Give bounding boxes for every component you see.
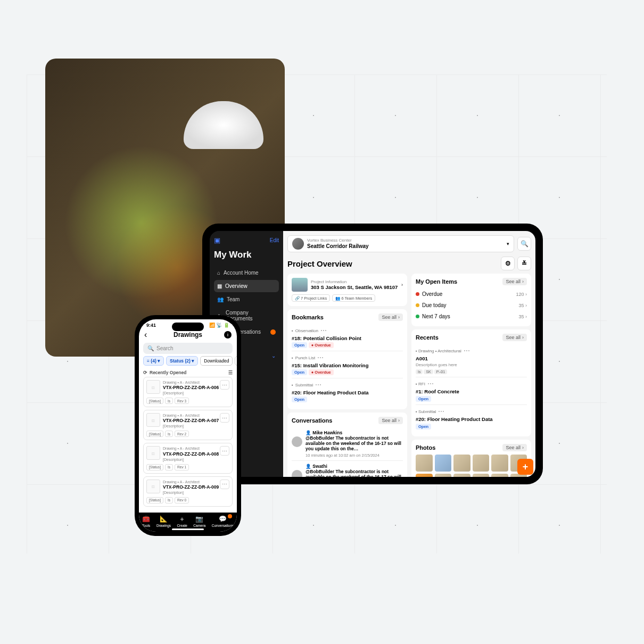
project-selector[interactable]: Vortex Business Center Seattle Corridor … [287,235,514,252]
bookmarks-see-all[interactable]: See all › [378,313,403,321]
more-icon[interactable]: ⋯ [438,408,444,415]
sidebar-item-overview[interactable]: ▦Overview [214,280,279,292]
photo-thumb[interactable] [453,474,470,477]
open-item-row[interactable]: Due today35 › [416,300,527,311]
badge-overdue: ● Overdue [309,342,334,348]
tab-badge [228,514,232,518]
recents-card: Recents See all › ▪ Drawing • Architectu… [411,329,531,436]
more-icon[interactable]: ⋯ [315,381,321,389]
more-button[interactable]: ⋯ [220,380,229,390]
drawing-thumb: ◫ [146,380,160,394]
open-item-row[interactable]: Next 7 days35 › [416,311,527,322]
drawing-thumb: ◫ [146,480,160,493]
search-button[interactable]: 🔍 [517,237,531,251]
avatar [292,470,302,477]
conversations-card: Conversations See all › 👤 Mike Hawkins@B… [287,412,407,477]
filter-chip[interactable]: Downloaded [200,356,233,366]
more-icon[interactable]: ⋯ [427,380,434,387]
avatar [292,436,302,447]
project-avatar [292,238,304,250]
photo-thumb[interactable] [473,474,490,477]
recently-opened-header: ⟳Recently Opened ☰ [139,368,237,377]
more-button[interactable]: ⋯ [220,446,229,456]
more-icon[interactable]: ⋯ [320,327,327,334]
settings-button[interactable]: ⚙ [501,257,515,270]
drawing-item[interactable]: ◫Drawing • A - ArchitectVTX-PRO-ZZ-ZZ-DR… [143,410,233,440]
open-items-see-all[interactable]: See all › [502,278,527,285]
tab-drawings[interactable]: 📐Drawings [156,515,171,527]
info-button[interactable]: i [224,331,232,338]
photo-thumb[interactable] [491,455,508,472]
photos-see-all[interactable]: See all › [502,444,527,451]
photos-title: Photos [416,444,435,451]
photo-thumb[interactable] [435,455,452,472]
phone-notch [172,323,204,331]
recent-item[interactable]: ▪ Submittal⋯#20: Floor Heating Product D… [416,404,527,432]
tab-camera[interactable]: 📷Camera [193,515,205,527]
recent-item[interactable]: ▪ Drawing • Architectural⋯A001Descriptio… [416,344,527,377]
sidebar-title: My Work [214,250,279,260]
bookmarks-title: Bookmarks [292,314,324,320]
filter-chip[interactable]: Status (2) ▾ [166,356,198,366]
phone-device: 9:41 📶 📡 🔋 ‹ Drawings i 🔍 Search ≡ (4) ▾… [135,315,241,536]
search-input[interactable]: 🔍 Search [143,343,233,354]
tablet-device: ▣ Edit My Work ⌂Account Home▦Overview👥Te… [202,224,543,484]
photos-card: Photos See all › [411,440,531,477]
project-name: Seattle Corridor Railway [307,243,369,249]
drawing-item[interactable]: ◫Drawing • A - ArchitectVTX-PRO-ZZ-ZZ-DR… [143,476,233,507]
open-items-title: My Open Items [416,278,457,285]
conversation-item[interactable]: 👤 Mike Hawkins@BobBuilder The subcontrac… [292,427,403,460]
open-items-card: My Open Items See all › Overdue120 ›Due … [411,274,531,326]
more-icon[interactable]: ⋯ [464,347,470,354]
bookmark-item[interactable]: ▪Punch List⋯#15: Install Vibration Monit… [292,351,403,378]
filter-button[interactable]: ≚ [517,257,531,270]
project-thumb [292,278,308,292]
drawing-item[interactable]: ◫Drawing • A - ArchitectVTX-PRO-ZZ-ZZ-DR… [143,377,233,407]
photo-thumb[interactable] [416,474,433,477]
photo-thumb[interactable] [453,455,470,472]
filter-chip[interactable]: ≡ (4) ▾ [143,356,164,366]
tablet-main: Vortex Business Center Seattle Corridor … [283,231,535,477]
tab-conversations[interactable]: 💬Conversations [212,515,234,527]
conversations-see-all[interactable]: See all › [378,417,403,424]
page-title: Project Overview [287,259,352,268]
more-button[interactable]: ⋯ [220,480,229,489]
tab-tools[interactable]: 🧰Tools [142,515,151,527]
recents-see-all[interactable]: See all › [502,334,527,341]
sidebar-item-team[interactable]: 👥Team [214,293,279,306]
more-button[interactable]: ⋯ [220,413,229,423]
conversation-item[interactable]: 👤 Swathi@BobBuilder The subcontractor is… [292,460,403,477]
team-icon: 👥 [217,296,224,302]
badge-open: Open [292,397,307,402]
nav-badge [270,329,276,335]
bookmark-item[interactable]: ▪Observation⋯#18: Potential Collision Po… [292,324,403,351]
badge-open: Open [292,369,307,375]
project-org: Vortex Business Center [307,238,369,243]
bookmarks-card: Bookmarks See all › ▪Observation⋯#18: Po… [287,309,407,409]
photo-thumb[interactable] [416,455,433,472]
bookmark-item[interactable]: ▪Submittal⋯#20: Floor Heating Product Da… [292,378,403,405]
sidebar-toggle-icon[interactable]: ▣ [214,236,220,244]
drawing-thumb: ◫ [146,446,160,460]
photo-thumb[interactable] [473,455,490,472]
tab-create[interactable]: ＋Create [177,515,187,527]
photo-thumb[interactable] [491,474,508,477]
edit-link[interactable]: Edit [270,237,279,243]
status-time: 9:41 [146,323,156,328]
pi-address: 303 S Jackson St, Seattle, WA 98107 [311,284,398,290]
team-members-chip[interactable]: 👥 6 Team Members [332,294,375,302]
sidebar-item-account-home[interactable]: ⌂Account Home [214,267,279,279]
more-icon[interactable]: ⋯ [317,354,324,361]
open-item-row[interactable]: Overdue120 › [416,288,527,300]
photo-thumb[interactable] [435,474,452,477]
project-links-chip[interactable]: 🔗 7 Project Links [292,294,330,302]
drawing-item[interactable]: ◫Drawing • A - ArchitectVTX-PRO-ZZ-ZZ-DR… [143,443,233,473]
recents-title: Recents [416,334,439,341]
back-button[interactable]: ‹ [144,330,147,340]
project-info-card: Project Information 303 S Jackson St, Se… [287,274,407,306]
chevron-right-icon[interactable]: › [401,282,403,287]
filter-chip[interactable]: Typ [235,356,237,366]
phone-title: Drawings [174,331,202,338]
recent-item[interactable]: ▪ RFI⋯#1: Roof ConcreteOpen [416,377,527,404]
fab-add-button[interactable]: + [517,459,533,475]
